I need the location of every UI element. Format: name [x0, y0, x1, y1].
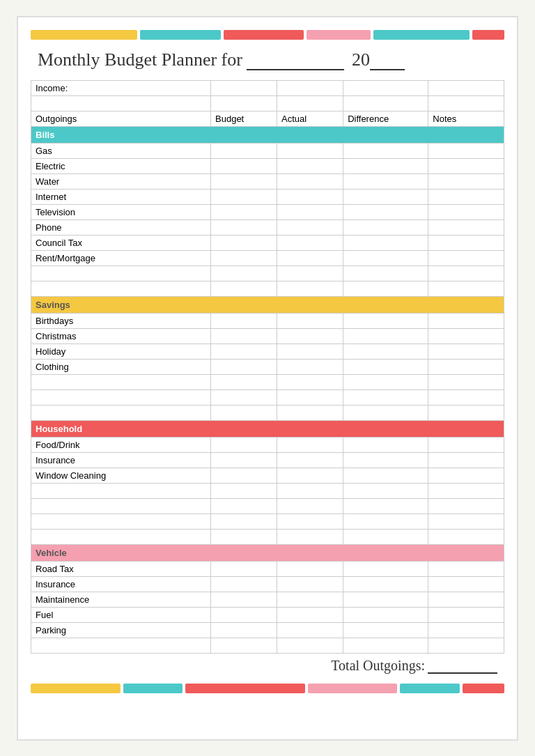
- bills-internet-actual[interactable]: [277, 189, 343, 204]
- strip-red: [224, 30, 304, 40]
- bills-council-tax-notes[interactable]: [428, 235, 504, 250]
- savings-birthdays-name: Birthdays: [31, 313, 211, 328]
- top-border-strip: [31, 30, 504, 40]
- bottom-strip-pink: [308, 684, 398, 693]
- bills-television-actual[interactable]: [277, 204, 343, 219]
- savings-row-birthdays: Birthdays: [31, 313, 504, 328]
- household-insurance-actual[interactable]: [277, 452, 343, 468]
- bills-water-actual[interactable]: [277, 173, 343, 189]
- savings-clothing-budget[interactable]: [211, 359, 277, 374]
- bills-phone-actual[interactable]: [277, 219, 343, 235]
- savings-empty-row2: [31, 389, 504, 405]
- vehicle-maintainence-name: Maintainence: [31, 592, 211, 607]
- vehicle-parking-name: Parking: [31, 622, 211, 638]
- bills-row-television: Television: [31, 204, 504, 219]
- household-food-budget[interactable]: [211, 437, 277, 452]
- savings-clothing-actual[interactable]: [277, 359, 343, 374]
- savings-holiday-notes[interactable]: [428, 344, 504, 359]
- savings-birthdays-budget[interactable]: [211, 313, 277, 328]
- vehicle-road-tax-notes[interactable]: [428, 561, 504, 576]
- savings-birthdays-actual[interactable]: [277, 313, 343, 328]
- household-food-actual[interactable]: [277, 437, 343, 452]
- year-blank: [370, 69, 405, 70]
- vehicle-fuel-actual[interactable]: [277, 607, 343, 622]
- vehicle-maintainence-actual[interactable]: [277, 592, 343, 607]
- vehicle-insurance-notes[interactable]: [428, 576, 504, 592]
- bills-television-budget[interactable]: [211, 204, 277, 219]
- bills-water-budget[interactable]: [211, 173, 277, 189]
- savings-clothing-diff: [343, 359, 428, 374]
- vehicle-maintainence-notes[interactable]: [428, 592, 504, 607]
- bills-water-name: Water: [31, 173, 211, 189]
- bills-council-tax-name: Council Tax: [31, 235, 211, 250]
- household-food-notes[interactable]: [428, 437, 504, 452]
- savings-clothing-notes[interactable]: [428, 359, 504, 374]
- bills-rent-mortgage-budget[interactable]: [211, 250, 277, 265]
- vehicle-label: Vehicle: [31, 544, 504, 561]
- bills-electric-actual[interactable]: [277, 158, 343, 173]
- household-window-cleaning-budget[interactable]: [211, 468, 277, 483]
- household-empty-row2: [31, 498, 504, 514]
- bottom-strip-teal: [123, 684, 183, 693]
- bills-television-notes[interactable]: [428, 204, 504, 219]
- vehicle-row-parking: Parking: [31, 622, 504, 638]
- bills-row-rent-mortgage: Rent/Mortgage: [31, 250, 504, 265]
- bills-gas-notes[interactable]: [428, 143, 504, 158]
- household-empty-row: [31, 483, 504, 498]
- vehicle-maintainence-budget[interactable]: [211, 592, 277, 607]
- bills-council-tax-actual[interactable]: [277, 235, 343, 250]
- bills-internet-notes[interactable]: [428, 189, 504, 204]
- vehicle-insurance-budget[interactable]: [211, 576, 277, 592]
- bills-gas-actual[interactable]: [277, 143, 343, 158]
- savings-christmas-budget[interactable]: [211, 328, 277, 344]
- savings-label: Savings: [31, 296, 504, 313]
- household-insurance-notes[interactable]: [428, 452, 504, 468]
- vehicle-insurance-actual[interactable]: [277, 576, 343, 592]
- vehicle-parking-budget[interactable]: [211, 622, 277, 638]
- savings-birthdays-notes[interactable]: [428, 313, 504, 328]
- household-insurance-name: Insurance: [31, 452, 211, 468]
- savings-christmas-actual[interactable]: [277, 328, 343, 344]
- vehicle-road-tax-budget[interactable]: [211, 561, 277, 576]
- vehicle-parking-notes[interactable]: [428, 622, 504, 638]
- strip-pink: [307, 30, 371, 40]
- savings-holiday-budget[interactable]: [211, 344, 277, 359]
- col-budget-header: Budget: [211, 111, 277, 126]
- bills-gas-budget[interactable]: [211, 143, 277, 158]
- vehicle-fuel-notes[interactable]: [428, 607, 504, 622]
- household-food-diff: [343, 437, 428, 452]
- bills-rent-mortgage-diff: [343, 250, 428, 265]
- bottom-border-strip: [31, 684, 504, 693]
- household-window-cleaning-actual[interactable]: [277, 468, 343, 483]
- bills-rent-mortgage-actual[interactable]: [277, 250, 343, 265]
- vehicle-section-header: Vehicle: [31, 544, 504, 561]
- vehicle-parking-diff: [343, 622, 428, 638]
- household-row-window-cleaning: Window Cleaning: [31, 468, 504, 483]
- bills-electric-budget[interactable]: [211, 158, 277, 173]
- household-row-food: Food/Drink: [31, 437, 504, 452]
- bottom-strip-teal2: [400, 684, 460, 693]
- bills-council-tax-budget[interactable]: [211, 235, 277, 250]
- strip-teal: [140, 30, 220, 40]
- vehicle-fuel-budget[interactable]: [211, 607, 277, 622]
- total-outgoings-row: Total Outgoings:: [31, 658, 504, 674]
- vehicle-empty-row: [31, 638, 504, 653]
- bills-internet-budget[interactable]: [211, 189, 277, 204]
- vehicle-road-tax-actual[interactable]: [277, 561, 343, 576]
- vehicle-insurance-diff: [343, 576, 428, 592]
- household-label: Household: [31, 420, 504, 437]
- savings-holiday-actual[interactable]: [277, 344, 343, 359]
- bottom-strip-red: [185, 684, 304, 693]
- bills-water-notes[interactable]: [428, 173, 504, 189]
- bills-rent-mortgage-notes[interactable]: [428, 250, 504, 265]
- savings-christmas-notes[interactable]: [428, 328, 504, 344]
- bills-electric-notes[interactable]: [428, 158, 504, 173]
- savings-clothing-name: Clothing: [31, 359, 211, 374]
- bills-phone-budget[interactable]: [211, 219, 277, 235]
- household-insurance-budget[interactable]: [211, 452, 277, 468]
- vehicle-parking-actual[interactable]: [277, 622, 343, 638]
- bills-row-phone: Phone: [31, 219, 504, 235]
- income-budget: [211, 80, 277, 95]
- bills-phone-notes[interactable]: [428, 219, 504, 235]
- household-window-cleaning-notes[interactable]: [428, 468, 504, 483]
